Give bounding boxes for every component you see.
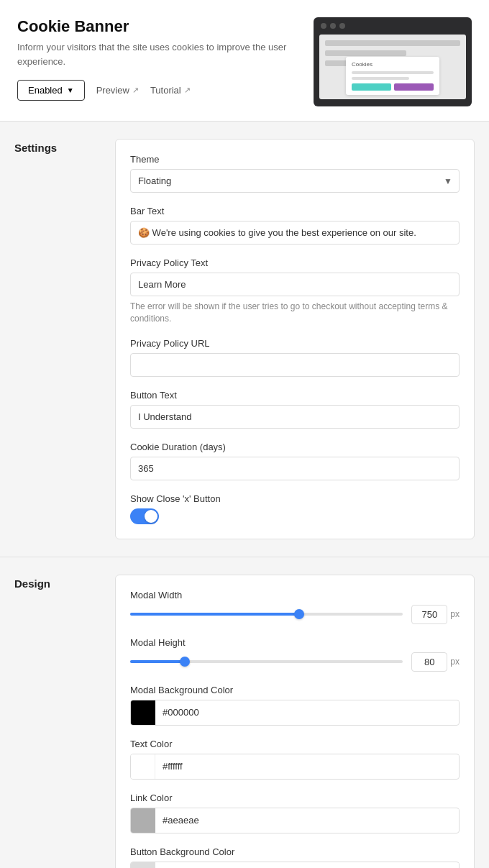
modal-width-unit: px (450, 609, 460, 619)
modal-width-value-input[interactable] (411, 605, 447, 624)
text-color-label: Text Color (130, 739, 460, 749)
cookie-duration-label: Cookie Duration (days) (130, 442, 460, 452)
close-button-label: Show Close 'x' Button (130, 493, 460, 504)
text-color-swatch[interactable] (131, 754, 155, 779)
chevron-down-icon: ▼ (67, 86, 74, 94)
privacy-url-input[interactable] (130, 353, 460, 377)
close-button-toggle[interactable] (130, 508, 159, 524)
link-color-input[interactable] (155, 809, 459, 831)
link-color-row (130, 808, 460, 833)
privacy-text-field: Privacy Policy Text The error will be sh… (130, 257, 460, 325)
browser-mockup: Cookies (314, 17, 472, 106)
preview-link[interactable]: Preview ↗ (96, 85, 139, 96)
btn-bg-color-input[interactable] (155, 863, 459, 868)
modal-height-field: Modal Height px (130, 637, 460, 672)
link-color-swatch[interactable] (131, 808, 155, 833)
theme-select[interactable]: Floating Banner Modal (130, 169, 460, 193)
tutorial-label: Tutorial (150, 85, 181, 96)
privacy-url-field: Privacy Policy URL (130, 338, 460, 377)
button-text-input[interactable] (130, 405, 460, 429)
btn-bg-color-label: Button Background Color (130, 846, 460, 857)
tutorial-link[interactable]: Tutorial ↗ (150, 85, 191, 96)
browser-body: Cookies (319, 35, 466, 99)
enabled-button[interactable]: Enabled ▼ (17, 80, 85, 101)
modal-width-value-box: px (411, 605, 460, 624)
modal-height-thumb[interactable] (180, 657, 190, 667)
button-text-field: Button Text (130, 390, 460, 429)
dot-3 (339, 23, 345, 29)
button-text-label: Button Text (130, 390, 460, 401)
mockup-row-1 (325, 40, 460, 46)
external-link-icon: ↗ (132, 86, 139, 95)
modal-width-track[interactable] (130, 613, 403, 616)
modal-width-label: Modal Width (130, 590, 460, 600)
bar-text-field: Bar Text (130, 206, 460, 245)
cookie-banner-preview: Cookies (346, 57, 439, 95)
privacy-text-hint: The error will be shown if the user trie… (130, 301, 460, 325)
header-left: Cookie Banner Inform your visitors that … (17, 17, 299, 101)
modal-height-fill (130, 660, 185, 663)
design-section: Design Modal Width px Modal Height (0, 557, 489, 868)
cookie-line-2 (352, 77, 409, 80)
text-color-field: Text Color (130, 739, 460, 780)
settings-label: Settings (14, 139, 101, 539)
modal-bg-color-input[interactable] (155, 701, 459, 723)
cookie-line-1 (352, 71, 434, 74)
theme-field: Theme Floating Banner Modal ▼ (130, 154, 460, 193)
text-color-row (130, 754, 460, 780)
link-color-label: Link Color (130, 792, 460, 803)
modal-bg-color-row (130, 700, 460, 726)
modal-height-value-box: px (411, 652, 460, 672)
page-description: Inform your visitors that the site uses … (17, 40, 299, 68)
close-button-field: Show Close 'x' Button (130, 493, 460, 524)
mockup-row-2 (325, 50, 406, 56)
header-preview: Cookies (314, 17, 472, 106)
modal-height-label: Modal Height (130, 637, 460, 648)
external-link-icon: ↗ (184, 86, 191, 95)
modal-width-thumb[interactable] (294, 609, 304, 619)
header-section: Cookie Banner Inform your visitors that … (0, 0, 489, 122)
dot-1 (321, 23, 326, 29)
toggle-wrapper (130, 508, 460, 524)
accept-btn-preview (352, 83, 391, 91)
theme-label: Theme (130, 154, 460, 165)
cookie-preview-label: Cookies (352, 61, 434, 68)
header-actions: Enabled ▼ Preview ↗ Tutorial ↗ (17, 80, 299, 101)
btn-bg-color-row (130, 862, 460, 868)
cookie-preview-buttons (352, 83, 434, 91)
privacy-text-input[interactable] (130, 273, 460, 296)
modal-width-fill (130, 613, 299, 616)
design-label: Design (14, 575, 101, 868)
page-title: Cookie Banner (17, 17, 299, 36)
modal-width-slider-row: px (130, 605, 460, 624)
modal-height-track[interactable] (130, 660, 403, 663)
settings-card: Theme Floating Banner Modal ▼ Bar Text P… (115, 139, 475, 539)
btn-bg-color-swatch[interactable] (131, 862, 155, 868)
enabled-label: Enabled (28, 85, 63, 96)
modal-height-unit: px (450, 657, 460, 667)
settings-section: Settings Theme Floating Banner Modal ▼ B… (0, 122, 489, 557)
modal-height-slider-row: px (130, 652, 460, 672)
modal-bg-color-label: Modal Background Color (130, 685, 460, 695)
text-color-input[interactable] (155, 755, 459, 777)
modal-bg-color-field: Modal Background Color (130, 685, 460, 726)
privacy-url-label: Privacy Policy URL (130, 338, 460, 349)
decline-btn-preview (394, 83, 434, 91)
design-card: Modal Width px Modal Height (115, 575, 475, 868)
privacy-text-label: Privacy Policy Text (130, 257, 460, 268)
link-color-field: Link Color (130, 792, 460, 833)
theme-select-wrapper: Floating Banner Modal ▼ (130, 169, 460, 193)
cookie-duration-input[interactable] (130, 457, 460, 480)
bar-text-input[interactable] (130, 221, 460, 245)
modal-height-value-input[interactable] (411, 652, 447, 672)
dot-2 (330, 23, 336, 29)
btn-bg-color-field: Button Background Color (130, 846, 460, 868)
bar-text-label: Bar Text (130, 206, 460, 216)
browser-dots (314, 17, 472, 35)
modal-bg-color-swatch[interactable] (131, 700, 155, 725)
preview-label: Preview (96, 85, 129, 96)
cookie-duration-field: Cookie Duration (days) (130, 442, 460, 480)
modal-width-field: Modal Width px (130, 590, 460, 624)
